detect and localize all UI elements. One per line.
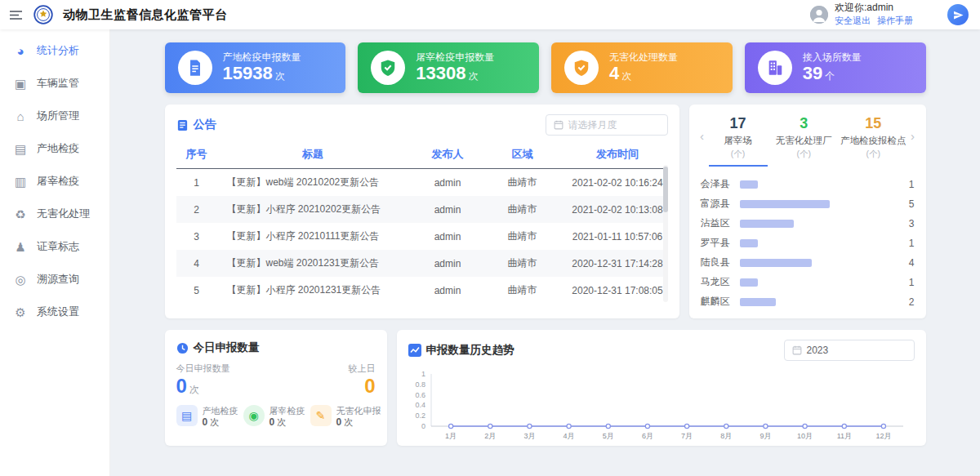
svg-text:4月: 4月 xyxy=(563,432,574,440)
manual-link[interactable]: 操作手册 xyxy=(877,16,913,25)
bar-value: 1 xyxy=(897,277,915,288)
sidebar-item-1[interactable]: ▣车辆监管 xyxy=(0,67,109,100)
bar-value: 1 xyxy=(897,179,915,190)
column-header: 标题 xyxy=(217,140,409,169)
cell-time: 2021-02-02 10:13:08 xyxy=(559,196,668,223)
bar xyxy=(740,200,830,208)
bar-track xyxy=(740,278,897,287)
stat-card-label: 无害化处理数量 xyxy=(609,51,678,63)
sidebar-item-3[interactable]: ▤产地检疫 xyxy=(0,132,109,165)
menu-toggle-icon[interactable] xyxy=(8,8,24,22)
sidebar-item-label: 场所管理 xyxy=(37,109,79,123)
sidebar-item-label: 统计分析 xyxy=(37,43,79,58)
today-items: ▤产地检疫0 次◉屠宰检疫0 次✎无害化申报0 次 xyxy=(176,405,376,429)
sidebar-item-4[interactable]: ▥屠宰检疫 xyxy=(0,165,109,198)
bar-value: 5 xyxy=(897,198,915,210)
app-title: 动物卫生监督信息化监管平台 xyxy=(63,7,228,23)
facilities-panel: ‹ 17屠宰场(个)3无害化处理厂(个)15产地检疫报检点(个) › 会泽县1富… xyxy=(689,105,926,318)
cell-title: 【更新】web端 20201231更新公告 xyxy=(217,250,409,277)
clock-icon xyxy=(176,342,189,354)
sidebar-item-label: 系统设置 xyxy=(37,305,79,319)
user-avatar[interactable] xyxy=(810,6,828,24)
today-item-0: ▤产地检疫0 次 xyxy=(176,405,238,429)
sidebar-item-7[interactable]: ◎溯源查询 xyxy=(0,263,109,296)
assistant-badge[interactable] xyxy=(947,4,969,25)
svg-text:9月: 9月 xyxy=(760,432,771,440)
column-header: 发布时间 xyxy=(559,140,668,169)
chevron-left-icon[interactable]: ‹ xyxy=(697,116,707,143)
sidebar-item-label: 无害化处理 xyxy=(37,207,90,221)
facility-bars: 会泽县1富源县5沾益区3罗平县1陆良县4马龙区1麒麟区2 xyxy=(697,175,918,312)
announcement-row[interactable]: 3【更新】小程序 20210111更新公告admin曲靖市2021-01-11 … xyxy=(176,223,668,250)
bar xyxy=(740,278,758,287)
bar xyxy=(740,220,794,228)
badge-icon: ♟ xyxy=(13,241,28,253)
table-scrollbar xyxy=(663,165,668,302)
bar-track xyxy=(740,298,897,306)
facility-bar-row: 会泽县1 xyxy=(701,175,915,194)
month-picker[interactable]: 请选择月度 xyxy=(546,114,668,136)
bar-track xyxy=(740,259,897,267)
cell-region: 曲靖市 xyxy=(487,169,559,197)
recycle-icon: ♻ xyxy=(13,208,28,220)
sidebar-item-8[interactable]: ⚙系统设置 xyxy=(0,296,109,328)
announcement-row[interactable]: 2【更新】小程序 20210202更新公告admin曲靖市2021-02-02 … xyxy=(176,196,668,223)
year-picker-value: 2023 xyxy=(807,345,829,356)
column-header: 发布人 xyxy=(409,140,487,169)
announcements-title: 公告 xyxy=(194,118,216,132)
calendar-icon xyxy=(792,345,802,355)
facility-tab-label: 无害化处理厂 xyxy=(774,135,833,147)
facility-tab-value: 17 xyxy=(709,116,768,132)
main-content: 产地检疫申报数量15938次屠宰检疫申报数量13308次无害化处理数量4次接入场… xyxy=(110,29,980,476)
announcement-row[interactable]: 1【更新】web端 20210202更新公告admin曲靖市2021-02-02… xyxy=(176,169,668,197)
sidebar-item-2[interactable]: ⌂场所管理 xyxy=(0,100,109,132)
cell-seq: 4 xyxy=(176,250,217,277)
facility-tab-1[interactable]: 3无害化处理厂(个) xyxy=(774,116,833,167)
announcement-icon xyxy=(176,119,189,131)
year-picker[interactable]: 2023 xyxy=(784,340,915,361)
sidebar-item-5[interactable]: ♻无害化处理 xyxy=(0,198,109,230)
svg-text:10月: 10月 xyxy=(797,432,813,440)
facility-tab-2[interactable]: 15产地检疫报检点(个) xyxy=(840,116,906,167)
today-panel: 今日申报数量 今日申报数量 0次 较上日 0 ▤产地检疫0 次◉屠宰检疫 xyxy=(165,330,387,446)
cell-title: 【更新】小程序 20210111更新公告 xyxy=(217,223,409,250)
svg-text:3月: 3月 xyxy=(523,432,535,440)
bar xyxy=(740,180,758,189)
logout-link[interactable]: 安全退出 xyxy=(835,16,871,25)
building-icon xyxy=(758,51,792,85)
sidebar-item-6[interactable]: ♟证章标志 xyxy=(0,230,109,263)
sidebar-item-0[interactable]: ◕统计分析 xyxy=(0,34,109,67)
column-header: 区域 xyxy=(487,140,559,169)
cell-time: 2020-12-31 17:08:05 xyxy=(559,277,668,304)
chevron-right-icon[interactable]: › xyxy=(908,116,918,143)
facility-tab-0[interactable]: 17屠宰场(个) xyxy=(709,116,768,167)
stat-card-1: 屠宰检疫申报数量13308次 xyxy=(358,42,539,93)
cell-region: 曲靖市 xyxy=(487,277,559,304)
today-count-label: 今日申报数量 xyxy=(176,363,230,375)
announcement-body: 1【更新】web端 20210202更新公告admin曲靖市2021-02-02… xyxy=(176,169,668,305)
announcement-row[interactable]: 4【更新】web端 20201231更新公告admin曲靖市2020-12-31… xyxy=(176,250,668,277)
cell-seq: 1 xyxy=(176,169,217,197)
bar-track xyxy=(740,239,897,247)
app-logo-emblem xyxy=(33,5,53,24)
facility-tabs: 17屠宰场(个)3无害化处理厂(个)15产地检疫报检点(个) xyxy=(707,116,908,167)
trend-line-chart: 00.20.40.60.811月2月3月4月5月6月7月8月9月10月11月12… xyxy=(408,367,915,443)
cell-publisher: admin xyxy=(409,277,487,304)
bar-category: 陆良县 xyxy=(701,256,740,269)
today-item-label: 无害化申报 xyxy=(336,405,381,416)
facility-bar-row: 沾益区3 xyxy=(701,214,915,234)
cell-publisher: admin xyxy=(409,196,487,223)
announcement-row[interactable]: 5【更新】小程序 20201231更新公告admin曲靖市2020-12-31 … xyxy=(176,277,668,304)
stat-card-value: 15938次 xyxy=(223,63,301,84)
stat-card-value: 4次 xyxy=(609,63,678,84)
sidebar-item-label: 车辆监管 xyxy=(37,76,79,91)
facility-tab-unit: (个) xyxy=(709,149,768,160)
bar-category: 会泽县 xyxy=(701,177,740,191)
bar-category: 富源县 xyxy=(701,197,740,211)
gear-icon: ⚙ xyxy=(13,306,28,318)
sidebar-item-label: 屠宰检疫 xyxy=(37,174,79,189)
facility-tab-unit: (个) xyxy=(774,149,833,160)
table-scrollbar-thumb[interactable] xyxy=(663,167,668,212)
facility-bar-row: 富源县5 xyxy=(701,194,915,214)
trend-title: 申报数量历史趋势 xyxy=(426,343,514,358)
